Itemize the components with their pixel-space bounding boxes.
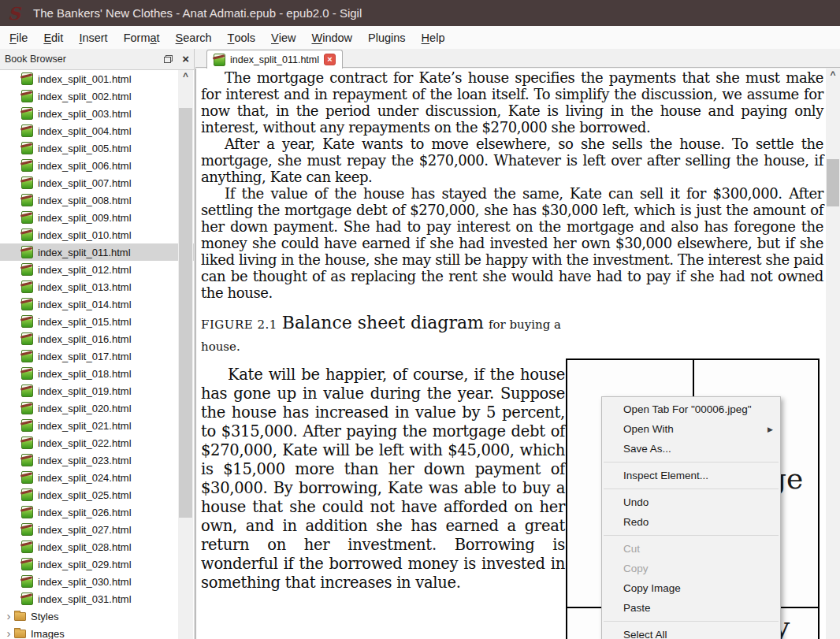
chevron-right-icon[interactable]: › (3, 611, 14, 622)
context-menu-item[interactable]: Inspect Element... ▶ (602, 466, 780, 485)
context-menu-item[interactable]: Open Tab For "00006.jpeg" ▶ (602, 399, 780, 419)
context-menu-item[interactable]: Undo ▶ (602, 492, 780, 512)
chevron-right-icon[interactable]: › (3, 628, 14, 639)
file-name: index_split_027.html (38, 524, 132, 536)
context-menu-item[interactable]: Paste ▶ (602, 598, 780, 618)
sidebar-item-file[interactable]: index_split_015.html (0, 313, 194, 330)
context-menu-item[interactable]: Copy ▶ (602, 559, 780, 578)
sidebar-item-folder[interactable]: › Styles (0, 607, 194, 625)
context-menu-item[interactable]: Select All ▶ (602, 625, 780, 639)
sidebar-item-file[interactable]: index_split_012.html (0, 261, 194, 278)
sidebar-item-file[interactable]: index_split_006.html (0, 157, 194, 174)
html-file-icon (21, 593, 33, 605)
tree-scrollbar[interactable]: ^ (178, 70, 193, 639)
menu-edit[interactable]: Edit (35, 26, 71, 49)
context-menu-item[interactable]: ▶ (602, 485, 780, 492)
sidebar-item-file[interactable]: index_split_004.html (0, 122, 194, 139)
sidebar-item-file[interactable]: index_split_002.html (0, 87, 194, 105)
html-file-icon (21, 280, 33, 293)
html-file-icon (21, 176, 33, 189)
context-menu-item[interactable]: Save As... ▶ (602, 439, 780, 459)
menu-help[interactable]: Help (414, 26, 453, 49)
sidebar-item-file[interactable]: index_split_011.html (0, 243, 194, 261)
menu-tools[interactable]: Tools (220, 26, 263, 49)
menu-format[interactable]: Format (116, 26, 168, 49)
scroll-up-icon[interactable]: ^ (826, 69, 840, 81)
file-name: index_split_005.html (38, 143, 132, 154)
editor-scrollbar[interactable]: ^ (826, 69, 840, 639)
sidebar-item-file[interactable]: index_split_010.html (0, 226, 194, 243)
html-file-icon (21, 506, 33, 518)
sidebar-item-file[interactable]: index_split_018.html (0, 365, 194, 382)
context-menu-item[interactable]: Cut ▶ (602, 539, 780, 559)
menu-file[interactable]: File (2, 26, 35, 49)
sidebar-item-file[interactable]: index_split_005.html (0, 139, 194, 157)
menu-plugins[interactable]: Plugins (360, 26, 414, 49)
menu-insert[interactable]: Insert (71, 26, 115, 49)
menu-view[interactable]: View (263, 26, 303, 49)
context-menu-item-label: Select All (623, 629, 667, 639)
html-file-icon (21, 489, 33, 501)
sidebar-item-file[interactable]: index_split_030.html (0, 573, 194, 590)
context-menu-items: Open Tab For "00006.jpeg" ▶ Open With ▶ … (602, 399, 780, 639)
folder-name: Styles (31, 611, 58, 622)
sidebar-item-file[interactable]: index_split_008.html (0, 191, 194, 209)
sidebar-item-file[interactable]: index_split_003.html (0, 105, 194, 122)
sidebar-item-file[interactable]: index_split_023.html (0, 451, 194, 469)
sidebar-item-file[interactable]: index_split_019.html (0, 382, 194, 399)
tab-index-split-011[interactable]: index_split_011.html × (206, 50, 343, 69)
sidebar-item-file[interactable]: index_split_029.html (0, 555, 194, 573)
sidebar-item-file[interactable]: index_split_028.html (0, 538, 194, 555)
tree-scrollbar-thumb[interactable] (179, 108, 192, 518)
sidebar-item-file[interactable]: index_split_021.html (0, 417, 194, 434)
html-file-icon (21, 523, 33, 536)
file-name: index_split_011.html (38, 247, 131, 258)
html-file-icon (21, 263, 33, 276)
html-file-icon (21, 107, 33, 120)
file-name: index_split_010.html (38, 229, 132, 241)
sidebar-item-file[interactable]: index_split_013.html (0, 278, 194, 295)
html-file-icon (21, 333, 33, 345)
sidebar-item-file[interactable]: index_split_014.html (0, 295, 194, 313)
sidebar-item-file[interactable]: index_split_026.html (0, 503, 194, 521)
sidebar-item-file[interactable]: index_split_022.html (0, 434, 194, 451)
context-menu-item[interactable]: Redo ▶ (602, 512, 780, 532)
sidebar-item-file[interactable]: index_split_025.html (0, 486, 194, 503)
html-file-icon (21, 72, 33, 85)
editor-scrollbar-thumb[interactable] (827, 159, 839, 206)
float-panel-icon[interactable] (164, 55, 173, 63)
tab-close-icon[interactable]: × (324, 54, 336, 65)
sidebar-item-file[interactable]: index_split_027.html (0, 521, 194, 538)
context-menu-item[interactable]: ▶ (602, 532, 780, 539)
sidebar-item-file[interactable]: index_split_016.html (0, 330, 194, 347)
html-file-icon (21, 90, 33, 102)
context-menu-item[interactable]: ▶ (602, 618, 780, 625)
context-menu-item-label: Open Tab For "00006.jpeg" (623, 403, 751, 415)
paragraph: If the value of the house has stayed the… (201, 185, 823, 301)
html-file-icon (21, 298, 33, 310)
sidebar-item-folder[interactable]: › Images (0, 625, 194, 639)
sidebar-item-file[interactable]: index_split_024.html (0, 469, 194, 486)
scroll-up-icon[interactable]: ^ (178, 70, 193, 83)
sidebar-item-file[interactable]: index_split_031.html (0, 590, 194, 607)
file-name: index_split_018.html (38, 368, 132, 380)
sidebar-item-file[interactable]: index_split_007.html (0, 174, 194, 191)
sidebar-item-file[interactable]: index_split_020.html (0, 399, 194, 417)
file-name: index_split_004.html (38, 125, 132, 137)
close-panel-icon[interactable]: × (182, 54, 189, 64)
paragraph: The mortgage contract for Kate’s house s… (201, 69, 823, 136)
context-menu-item-label: Paste (623, 602, 651, 614)
menu-window[interactable]: Window (303, 26, 360, 49)
context-menu-item[interactable]: Open With ▶ (602, 419, 780, 439)
sidebar-item-file[interactable]: index_split_017.html (0, 347, 194, 365)
menu-search[interactable]: Search (168, 26, 220, 49)
file-tree: index_split_001.html index_split_002.htm… (0, 70, 194, 639)
html-file-icon (21, 419, 33, 432)
file-name: index_split_015.html (38, 316, 132, 328)
html-file-icon (21, 402, 33, 414)
sidebar-item-file[interactable]: index_split_001.html (0, 70, 194, 87)
sidebar-item-file[interactable]: index_split_009.html (0, 209, 194, 226)
context-menu-item[interactable]: Copy Image ▶ (602, 578, 780, 598)
paragraph: After a year, Kate wants to move elsewhe… (201, 136, 823, 185)
context-menu-item[interactable]: ▶ (602, 459, 780, 466)
